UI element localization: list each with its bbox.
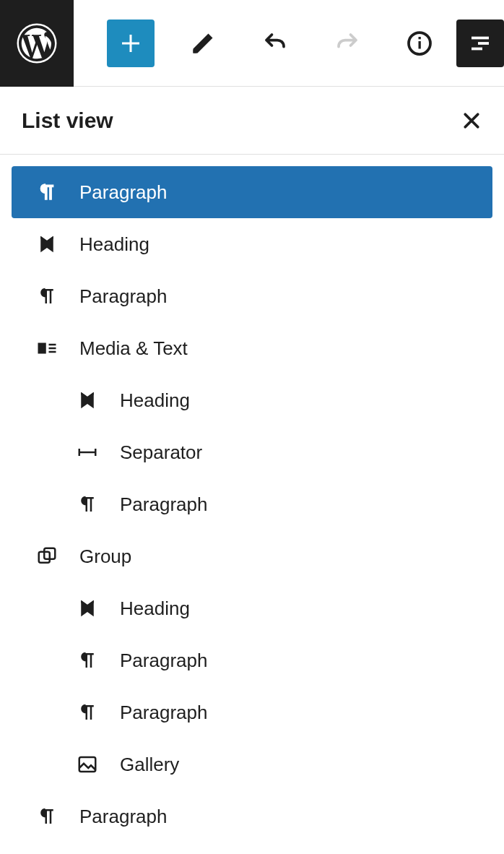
separator-icon bbox=[69, 441, 105, 463]
svg-marker-8 bbox=[40, 236, 47, 253]
svg-marker-24 bbox=[87, 600, 94, 617]
block-item-label: Heading bbox=[120, 389, 190, 412]
svg-marker-23 bbox=[81, 600, 87, 617]
block-item-label: Paragraph bbox=[79, 181, 167, 204]
block-item-label: Heading bbox=[120, 598, 190, 620]
block-item-label: Paragraph bbox=[120, 493, 207, 516]
block-item-label: Paragraph bbox=[79, 806, 167, 828]
paragraph-icon bbox=[29, 285, 65, 307]
gallery-icon bbox=[69, 754, 105, 775]
block-item-label: Gallery bbox=[120, 754, 179, 776]
block-item-paragraph[interactable]: Paragraph bbox=[12, 790, 492, 842]
panel-title: List view bbox=[22, 108, 113, 133]
block-item-label: Paragraph bbox=[120, 650, 207, 672]
media-text-icon bbox=[29, 337, 65, 359]
wordpress-icon bbox=[15, 22, 58, 65]
heading-icon bbox=[69, 389, 105, 411]
pencil-icon bbox=[190, 30, 216, 56]
svg-marker-9 bbox=[47, 236, 53, 253]
block-item-label: Separator bbox=[120, 441, 202, 464]
redo-icon bbox=[334, 30, 360, 56]
svg-rect-10 bbox=[38, 343, 46, 354]
block-list: ParagraphHeadingParagraphMedia & TextHea… bbox=[0, 155, 504, 842]
toolbar bbox=[0, 0, 504, 87]
close-icon bbox=[461, 110, 482, 131]
block-item-heading[interactable]: Heading bbox=[12, 218, 492, 270]
group-icon bbox=[29, 545, 65, 567]
toolbar-buttons bbox=[74, 20, 504, 67]
undo-button[interactable] bbox=[251, 20, 299, 67]
block-item-label: Media & Text bbox=[79, 337, 188, 360]
plus-icon bbox=[118, 30, 144, 56]
block-item-label: Group bbox=[79, 545, 131, 568]
svg-marker-15 bbox=[81, 392, 87, 409]
block-item-paragraph[interactable]: Paragraph bbox=[12, 478, 492, 530]
block-item-group[interactable]: Group bbox=[12, 530, 492, 582]
heading-icon bbox=[69, 598, 105, 619]
svg-marker-16 bbox=[87, 392, 94, 409]
list-view-button[interactable] bbox=[456, 20, 504, 67]
info-icon bbox=[407, 30, 433, 56]
paragraph-icon bbox=[69, 702, 105, 723]
undo-icon bbox=[262, 30, 288, 56]
heading-icon bbox=[29, 233, 65, 255]
block-item-paragraph[interactable]: Paragraph bbox=[12, 686, 492, 738]
block-item-gallery[interactable]: Gallery bbox=[12, 738, 492, 790]
block-item-heading[interactable]: Heading bbox=[12, 374, 492, 426]
block-item-label: Paragraph bbox=[79, 285, 167, 308]
redo-button[interactable] bbox=[323, 20, 371, 67]
block-item-heading[interactable]: Heading bbox=[12, 582, 492, 634]
paragraph-icon bbox=[29, 181, 65, 203]
paragraph-icon bbox=[69, 650, 105, 671]
svg-rect-2 bbox=[419, 41, 421, 49]
panel-header: List view bbox=[0, 87, 504, 155]
block-item-paragraph[interactable]: Paragraph bbox=[12, 634, 492, 686]
svg-rect-3 bbox=[419, 37, 421, 39]
paragraph-icon bbox=[29, 806, 65, 827]
block-item-label: Heading bbox=[79, 233, 149, 256]
details-button[interactable] bbox=[396, 20, 443, 67]
block-item-separator[interactable]: Separator bbox=[12, 426, 492, 478]
paragraph-icon bbox=[69, 493, 105, 515]
edit-mode-button[interactable] bbox=[179, 20, 227, 67]
block-item-media-text[interactable]: Media & Text bbox=[12, 322, 492, 374]
add-block-button[interactable] bbox=[107, 20, 155, 67]
block-item-paragraph[interactable]: Paragraph bbox=[12, 166, 492, 218]
wordpress-home-button[interactable] bbox=[0, 0, 74, 87]
close-panel-button[interactable] bbox=[461, 110, 482, 131]
block-item-label: Paragraph bbox=[120, 702, 207, 724]
list-view-icon bbox=[467, 30, 493, 56]
block-item-paragraph[interactable]: Paragraph bbox=[12, 270, 492, 322]
